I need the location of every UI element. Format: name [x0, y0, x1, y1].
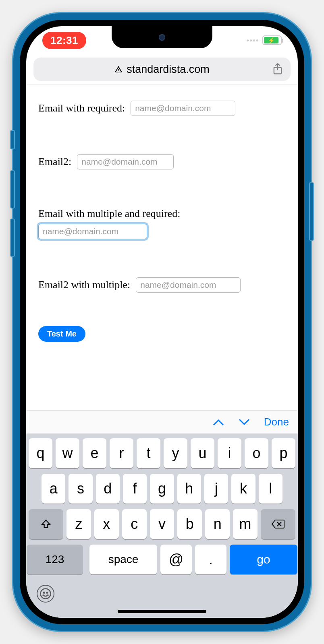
address-bar-domain: standardista.com [127, 63, 210, 76]
key-y[interactable]: y [164, 438, 187, 468]
dot-key[interactable]: . [195, 545, 226, 574]
notch [112, 26, 212, 48]
key-g[interactable]: g [150, 474, 174, 504]
key-v[interactable]: v [150, 509, 174, 539]
at-key[interactable]: @ [160, 545, 192, 574]
key-t[interactable]: t [137, 438, 160, 468]
key-o[interactable]: o [245, 438, 268, 468]
battery-icon: ⚡ [262, 35, 282, 45]
field-email2: Email2: [38, 154, 286, 169]
on-screen-keyboard: q w e r t y u i o p a s d f g h [26, 433, 298, 618]
key-r[interactable]: r [110, 438, 133, 468]
key-f[interactable]: f [123, 474, 147, 504]
key-u[interactable]: u [191, 438, 214, 468]
email-required-input[interactable] [131, 101, 235, 116]
key-e[interactable]: e [83, 438, 106, 468]
key-b[interactable]: b [177, 509, 202, 539]
field-label: Email2 with multiple: [38, 279, 130, 291]
email2-input[interactable] [77, 154, 174, 169]
page-content: Email with required: Email2: Email with … [26, 85, 298, 342]
test-me-button[interactable]: Test Me [38, 326, 85, 342]
key-h[interactable]: h [177, 474, 201, 504]
key-m[interactable]: m [233, 509, 258, 539]
charging-bolt-icon: ⚡ [268, 37, 275, 43]
go-key[interactable]: go [230, 545, 297, 574]
svg-point-3 [47, 592, 48, 593]
previous-field-button[interactable] [212, 418, 224, 426]
power-button[interactable] [309, 182, 314, 241]
svg-point-1 [41, 589, 51, 599]
key-x[interactable]: x [94, 509, 119, 539]
field-label: Email with multiple and required: [38, 208, 286, 220]
cellular-signal-icon [247, 39, 258, 41]
email2-multiple-input[interactable] [136, 277, 241, 293]
numbers-key[interactable]: 123 [27, 545, 83, 574]
key-j[interactable]: j [204, 474, 228, 504]
key-q[interactable]: q [29, 438, 52, 468]
key-z[interactable]: z [66, 509, 91, 539]
svg-point-2 [44, 592, 45, 593]
key-s[interactable]: s [69, 474, 92, 504]
not-secure-warning-icon [114, 65, 123, 73]
key-d[interactable]: d [96, 474, 120, 504]
space-key[interactable]: space [89, 545, 157, 574]
key-c[interactable]: c [122, 509, 147, 539]
next-field-button[interactable] [238, 418, 250, 426]
key-k[interactable]: k [231, 474, 255, 504]
key-w[interactable]: w [56, 438, 79, 468]
key-n[interactable]: n [205, 509, 230, 539]
shift-key[interactable] [29, 509, 63, 539]
key-l[interactable]: l [259, 474, 282, 504]
key-p[interactable]: p [272, 438, 295, 468]
field-email2-multiple: Email2 with multiple: [38, 277, 286, 293]
address-bar[interactable]: standardista.com [33, 58, 291, 81]
key-i[interactable]: i [218, 438, 241, 468]
field-email-required: Email with required: [38, 101, 286, 116]
key-a[interactable]: a [42, 474, 65, 504]
field-email-multiple-required: Email with multiple and required: [38, 208, 286, 239]
mute-switch[interactable] [10, 130, 15, 149]
field-label: Email2: [38, 156, 71, 168]
volume-up-button[interactable] [10, 170, 15, 208]
volume-down-button[interactable] [10, 219, 15, 257]
status-time-recording-pill[interactable]: 12:31 [42, 32, 86, 49]
keyboard-done-button[interactable]: Done [264, 416, 289, 428]
email-multiple-required-input[interactable] [38, 224, 147, 239]
share-icon[interactable] [272, 63, 283, 76]
keyboard-accessory-bar: Done [26, 410, 298, 433]
backspace-key[interactable] [261, 509, 295, 539]
field-label: Email with required: [38, 102, 125, 114]
emoji-keyboard-button[interactable] [37, 585, 54, 603]
home-indicator[interactable] [118, 610, 206, 613]
phone-frame: 12:31 ⚡ standardista.com [12, 12, 312, 632]
